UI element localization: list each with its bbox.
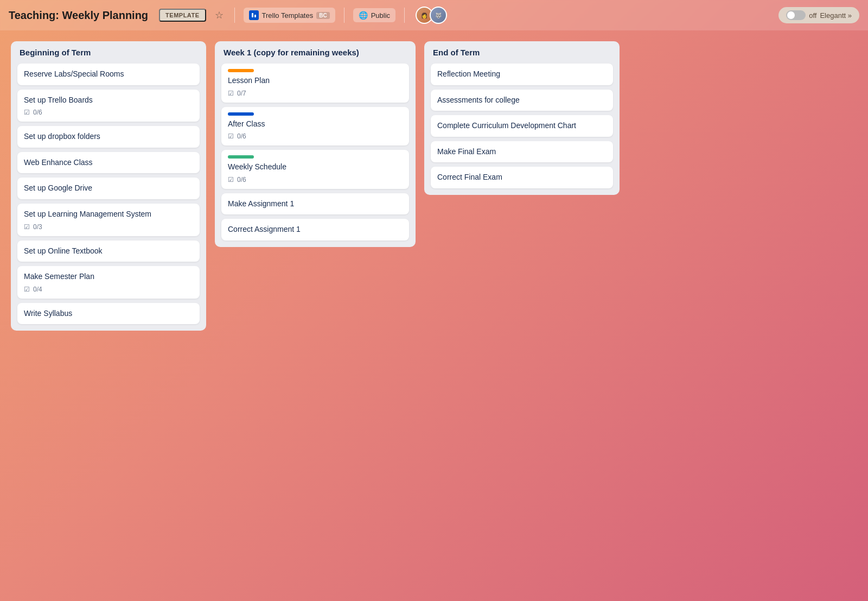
card-w1[interactable]: Lesson Plan☑0/7 bbox=[221, 64, 409, 103]
avatar-2[interactable]: 🐺 bbox=[430, 7, 447, 24]
card-title-c4: Web Enhance Class bbox=[24, 157, 193, 168]
card-w2[interactable]: After Class☑0/6 bbox=[221, 107, 409, 146]
column-title-end: End of Term bbox=[431, 48, 613, 57]
card-title-w2: After Class bbox=[228, 119, 403, 130]
trello-icon bbox=[249, 10, 259, 20]
checklist-icon: ☑ bbox=[24, 286, 30, 293]
template-badge[interactable]: TEMPLATE bbox=[159, 9, 206, 22]
card-label-w1 bbox=[228, 69, 254, 72]
workspace-button[interactable]: Trello Templates BC bbox=[244, 8, 335, 23]
workspace-badge: BC bbox=[316, 12, 329, 19]
card-title-e3: Complete Curriculum Development Chart bbox=[437, 121, 607, 131]
card-c3[interactable]: Set up dropbox folders bbox=[17, 126, 200, 148]
card-title-e1: Reflection Meeting bbox=[437, 69, 607, 80]
card-c9[interactable]: Write Syllabus bbox=[17, 303, 200, 325]
divider-1 bbox=[234, 8, 235, 23]
globe-icon: 🌐 bbox=[359, 11, 368, 20]
column-title-beginning: Beginning of Term bbox=[17, 48, 200, 57]
card-meta-w1: ☑0/7 bbox=[228, 90, 403, 97]
card-c7[interactable]: Set up Online Textbook bbox=[17, 241, 200, 262]
checklist-icon: ☑ bbox=[24, 109, 30, 116]
column-week1: Week 1 (copy for remaining weeks)Lesson … bbox=[215, 41, 416, 247]
toggle-label: off bbox=[809, 11, 816, 20]
toggle-icon[interactable] bbox=[786, 10, 806, 20]
board-title: Teaching: Weekly Planning bbox=[9, 9, 148, 22]
column-end: End of TermReflection MeetingAssessments… bbox=[424, 41, 620, 195]
checklist-count-c6: 0/3 bbox=[33, 223, 42, 231]
card-title-c1: Reserve Labs/Special Rooms bbox=[24, 69, 193, 80]
card-label-w3 bbox=[228, 155, 254, 159]
checklist-icon: ☑ bbox=[228, 176, 234, 184]
elegannt-label: Elegantt » bbox=[820, 11, 852, 20]
checklist-icon: ☑ bbox=[228, 90, 234, 97]
card-title-c8: Make Semester Plan bbox=[24, 271, 193, 282]
checklist-icon: ☑ bbox=[24, 223, 30, 231]
checklist-count-c8: 0/4 bbox=[33, 286, 42, 293]
card-c4[interactable]: Web Enhance Class bbox=[17, 152, 200, 174]
card-title-w5: Correct Assignment 1 bbox=[228, 224, 403, 235]
card-c1[interactable]: Reserve Labs/Special Rooms bbox=[17, 64, 200, 85]
star-icon[interactable]: ☆ bbox=[213, 7, 226, 23]
card-title-e2: Assessments for college bbox=[437, 95, 607, 106]
board: Beginning of TermReserve Labs/Special Ro… bbox=[0, 30, 868, 341]
card-title-c9: Write Syllabus bbox=[24, 308, 193, 319]
card-c6[interactable]: Set up Learning Management System☑0/3 bbox=[17, 204, 200, 236]
card-meta-c2: ☑0/6 bbox=[24, 109, 193, 116]
card-meta-c6: ☑0/3 bbox=[24, 223, 193, 231]
card-e5[interactable]: Correct Final Exam bbox=[431, 167, 613, 188]
card-e2[interactable]: Assessments for college bbox=[431, 90, 613, 111]
card-e1[interactable]: Reflection Meeting bbox=[431, 64, 613, 85]
checklist-count-w3: 0/6 bbox=[237, 176, 246, 184]
card-e3[interactable]: Complete Curriculum Development Chart bbox=[431, 115, 613, 137]
card-title-w4: Make Assignment 1 bbox=[228, 199, 403, 210]
card-meta-c8: ☑0/4 bbox=[24, 286, 193, 293]
card-title-e4: Make Final Exam bbox=[437, 147, 607, 157]
divider-3 bbox=[404, 8, 405, 23]
card-title-c5: Set up Google Drive bbox=[24, 183, 193, 194]
divider-2 bbox=[344, 8, 344, 23]
elegannt-button[interactable]: off Elegantt » bbox=[778, 7, 859, 23]
visibility-label: Public bbox=[371, 11, 390, 20]
visibility-button[interactable]: 🌐 Public bbox=[353, 8, 395, 22]
card-title-w3: Weekly Schedule bbox=[228, 162, 403, 173]
column-beginning: Beginning of TermReserve Labs/Special Ro… bbox=[11, 41, 206, 331]
card-w4[interactable]: Make Assignment 1 bbox=[221, 193, 409, 215]
card-title-c6: Set up Learning Management System bbox=[24, 209, 193, 220]
checklist-count-w1: 0/7 bbox=[237, 90, 246, 97]
card-title-c3: Set up dropbox folders bbox=[24, 131, 193, 142]
card-w5[interactable]: Correct Assignment 1 bbox=[221, 219, 409, 241]
card-meta-w2: ☑0/6 bbox=[228, 132, 403, 140]
checklist-count-w2: 0/6 bbox=[237, 132, 246, 140]
checklist-icon: ☑ bbox=[228, 132, 234, 140]
card-e4[interactable]: Make Final Exam bbox=[431, 141, 613, 163]
header: Teaching: Weekly Planning TEMPLATE ☆ Tre… bbox=[0, 0, 868, 30]
card-c8[interactable]: Make Semester Plan☑0/4 bbox=[17, 266, 200, 299]
card-c5[interactable]: Set up Google Drive bbox=[17, 178, 200, 199]
workspace-name: Trello Templates bbox=[262, 11, 314, 20]
card-label-w2 bbox=[228, 112, 254, 116]
avatars: 👩 🐺 bbox=[416, 7, 447, 24]
card-meta-w3: ☑0/6 bbox=[228, 176, 403, 184]
column-title-week1: Week 1 (copy for remaining weeks) bbox=[221, 48, 409, 57]
card-title-w1: Lesson Plan bbox=[228, 75, 403, 86]
card-title-c2: Set up Trello Boards bbox=[24, 95, 193, 106]
card-c2[interactable]: Set up Trello Boards☑0/6 bbox=[17, 90, 200, 122]
card-title-c7: Set up Online Textbook bbox=[24, 246, 193, 257]
checklist-count-c2: 0/6 bbox=[33, 109, 42, 116]
card-w3[interactable]: Weekly Schedule☑0/6 bbox=[221, 150, 409, 189]
card-title-e5: Correct Final Exam bbox=[437, 172, 607, 183]
